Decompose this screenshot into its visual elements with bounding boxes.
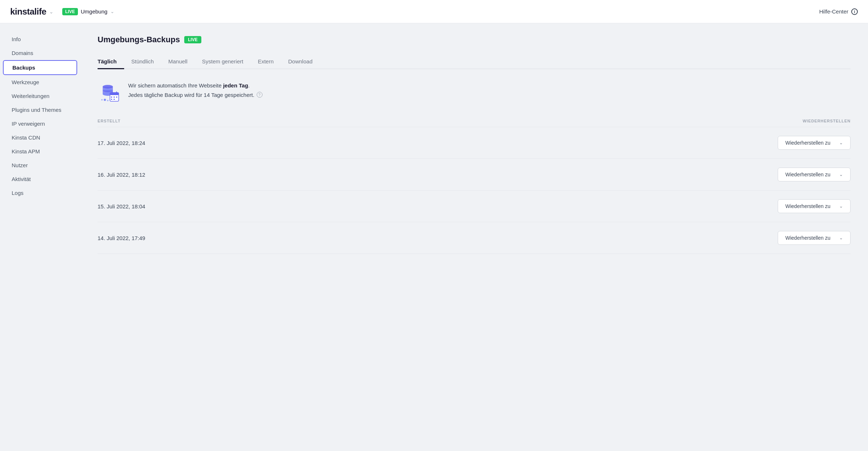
env-label: Umgebung [81, 8, 107, 15]
svg-rect-6 [110, 93, 119, 95]
sidebar-item-aktivitaet[interactable]: Aktivität [3, 172, 77, 186]
info-box: Wir sichern automatisch Ihre Webseite je… [98, 81, 851, 104]
brand-chevron-icon[interactable]: ⌄ [49, 9, 54, 15]
svg-point-15 [101, 99, 103, 101]
backup-date: 14. Juli 2022, 17:49 [98, 235, 778, 241]
restore-button-0[interactable]: Wiederherstellen zu ⌄ [778, 136, 851, 150]
help-center-link[interactable]: Hilfe-Center i [819, 8, 858, 15]
svg-rect-9 [111, 97, 112, 98]
sidebar-item-info[interactable]: Info [3, 32, 77, 46]
sidebar-item-plugins[interactable]: Plugins und Themes [3, 103, 77, 117]
main-content: Umgebungs-Backups LIVE Täglich Stündlich… [80, 23, 868, 451]
backup-tabs: Täglich Stündlich Manuell System generie… [98, 55, 851, 69]
chevron-down-icon: ⌄ [839, 140, 843, 145]
svg-rect-11 [116, 97, 117, 98]
backup-icon [98, 81, 121, 104]
backup-date: 16. Juli 2022, 18:12 [98, 172, 778, 178]
backup-date: 15. Juli 2022, 18:04 [98, 203, 778, 209]
sidebar-item-backups[interactable]: Backups [3, 60, 77, 75]
tab-stuendlich[interactable]: Stündlich [124, 55, 161, 69]
chevron-down-icon: ⌄ [839, 204, 843, 209]
chevron-down-icon: ⌄ [839, 172, 843, 177]
help-circle-icon[interactable]: ? [257, 92, 263, 98]
restore-button-2[interactable]: Wiederherstellen zu ⌄ [778, 199, 851, 213]
restore-label: Wiederherstellen zu [785, 235, 830, 241]
page-header: Umgebungs-Backups LIVE [98, 35, 851, 44]
environment-selector[interactable]: LIVE Umgebung ⌄ [62, 8, 114, 15]
svg-rect-12 [111, 99, 112, 100]
restore-button-3[interactable]: Wiederherstellen zu ⌄ [778, 231, 851, 245]
tab-extern[interactable]: Extern [250, 55, 281, 69]
sidebar: Info Domains Backups Werkzeuge Weiterlei… [0, 23, 80, 451]
table-header: ERSTELLT WIEDERHERSTELLEN [98, 119, 851, 127]
sidebar-item-ip[interactable]: IP verweigern [3, 117, 77, 130]
svg-rect-13 [114, 99, 115, 100]
brand-logo: kinstalife [10, 7, 46, 17]
table-row: 14. Juli 2022, 17:49 Wiederherstellen zu… [98, 222, 851, 254]
page-title: Umgebungs-Backups [98, 35, 180, 44]
restore-label: Wiederherstellen zu [785, 172, 830, 177]
layout: Info Domains Backups Werkzeuge Weiterlei… [0, 0, 868, 451]
restore-label: Wiederherstellen zu [785, 203, 830, 209]
svg-point-16 [107, 100, 108, 101]
sidebar-item-werkzeuge[interactable]: Werkzeuge [3, 75, 77, 89]
table-row: 17. Juli 2022, 18:24 Wiederherstellen zu… [98, 127, 851, 159]
env-chevron-icon: ⌄ [110, 9, 114, 14]
backup-date: 17. Juli 2022, 18:24 [98, 140, 778, 146]
col-erstellt-label: ERSTELLT [98, 119, 770, 123]
chevron-down-icon: ⌄ [839, 235, 843, 240]
col-wiederherstellen-label: WIEDERHERSTELLEN [770, 119, 851, 123]
table-row: 16. Juli 2022, 18:12 Wiederherstellen zu… [98, 159, 851, 191]
sidebar-item-logs[interactable]: Logs [3, 186, 77, 200]
page-live-badge: LIVE [184, 36, 201, 43]
sidebar-item-nutzer[interactable]: Nutzer [3, 158, 77, 172]
svg-point-14 [104, 99, 106, 101]
tab-download[interactable]: Download [281, 55, 320, 69]
sidebar-item-domains[interactable]: Domains [3, 46, 77, 60]
tab-taeglich[interactable]: Täglich [98, 55, 124, 69]
sidebar-item-apm[interactable]: Kinsta APM [3, 145, 77, 158]
restore-label: Wiederherstellen zu [785, 140, 830, 146]
topnav: kinstalife ⌄ LIVE Umgebung ⌄ Hilfe-Cente… [0, 0, 868, 23]
sidebar-item-cdn[interactable]: Kinsta CDN [3, 131, 77, 144]
restore-button-1[interactable]: Wiederherstellen zu ⌄ [778, 168, 851, 181]
svg-rect-10 [114, 97, 115, 98]
table-row: 15. Juli 2022, 18:04 Wiederherstellen zu… [98, 191, 851, 222]
tab-system[interactable]: System generiert [195, 55, 250, 69]
tab-manuell[interactable]: Manuell [161, 55, 195, 69]
info-text: Wir sichern automatisch Ihre Webseite je… [128, 81, 263, 99]
info-circle-icon: i [851, 8, 858, 15]
live-badge: LIVE [62, 8, 78, 15]
sidebar-item-weiterleitungen[interactable]: Weiterleitungen [3, 89, 77, 103]
